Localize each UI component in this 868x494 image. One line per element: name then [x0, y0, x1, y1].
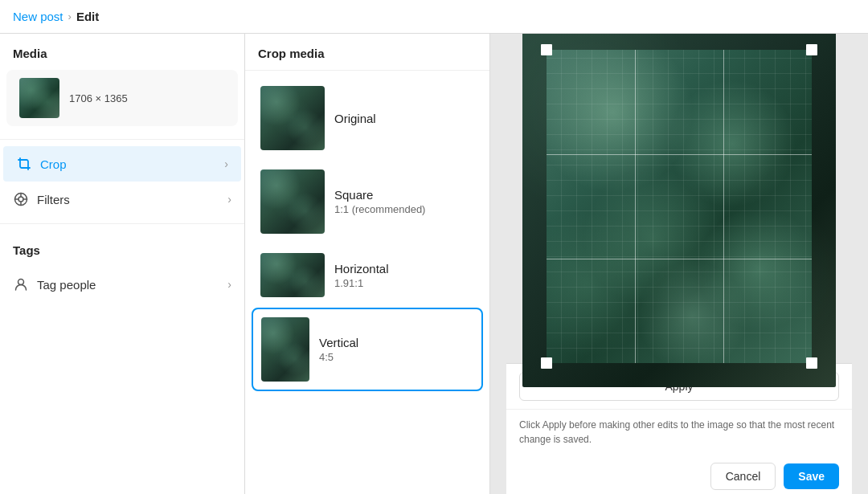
vertical-thumb — [261, 317, 309, 382]
original-thumb — [260, 86, 325, 150]
grid-line-h2 — [547, 259, 812, 259]
square-name: Square — [334, 188, 474, 202]
vertical-name: Vertical — [319, 336, 473, 349]
cancel-button[interactable]: Cancel — [710, 463, 776, 490]
horizontal-ratio: 1.91:1 — [334, 277, 474, 289]
crop-handle-tr[interactable] — [806, 44, 817, 55]
crop-option-horizontal[interactable]: Horizontal 1.91:1 — [252, 244, 483, 306]
square-ratio: 1:1 (recommended) — [334, 203, 474, 215]
image-crop-wrapper — [547, 50, 812, 363]
crop-label: Crop — [40, 157, 67, 171]
horizontal-name: Horizontal — [334, 262, 474, 276]
menu-item-crop-left: Crop — [16, 156, 67, 172]
crop-option-vertical[interactable]: Vertical 4:5 — [252, 308, 483, 391]
divider-2 — [0, 223, 244, 224]
divider-1 — [0, 139, 244, 140]
crop-grid — [547, 50, 812, 363]
square-thumb — [260, 169, 325, 234]
grid-line-v1 — [635, 50, 636, 363]
menu-item-filters-left: Filters — [13, 191, 70, 207]
top-bar: New post › Edit — [0, 0, 868, 34]
filters-chevron-icon: › — [227, 193, 231, 206]
crop-handle-br[interactable] — [806, 357, 817, 369]
menu-item-crop[interactable]: Crop › — [3, 146, 241, 182]
menu-item-filters[interactable]: Filters › — [0, 182, 244, 217]
vertical-ratio: 4:5 — [319, 351, 473, 363]
main-layout: Media 1706 × 1365 Crop › — [0, 34, 868, 494]
media-thumb-image — [19, 78, 59, 118]
image-preview-container — [506, 50, 852, 363]
filters-icon — [13, 191, 29, 207]
breadcrumb-separator: › — [68, 10, 72, 22]
breadcrumb-edit: Edit — [76, 10, 99, 23]
save-button[interactable]: Save — [784, 463, 839, 489]
menu-item-tag-people-left: Tag people — [13, 276, 96, 292]
filters-label: Filters — [37, 193, 70, 206]
tags-section-title: Tags — [0, 243, 244, 267]
original-name: Original — [334, 112, 474, 125]
media-section-title: Media — [0, 47, 244, 70]
action-row: Cancel Save — [506, 455, 852, 494]
menu-item-tag-people[interactable]: Tag people › — [0, 267, 244, 302]
crop-chevron-icon: › — [224, 157, 228, 170]
square-info: Square 1:1 (recommended) — [334, 188, 474, 215]
media-thumbnail — [19, 78, 59, 118]
crop-option-square[interactable]: Square 1:1 (recommended) — [252, 161, 483, 243]
original-info: Original — [334, 112, 474, 125]
tag-people-label: Tag people — [37, 278, 96, 292]
svg-point-1 — [18, 197, 23, 202]
horizontal-info: Horizontal 1.91:1 — [334, 262, 474, 289]
crop-box[interactable] — [547, 50, 812, 363]
breadcrumb-new-post[interactable]: New post — [13, 10, 63, 23]
tags-section: Tags Tag people › — [0, 243, 244, 302]
apply-note: Click Apply before making other edits to… — [506, 410, 852, 455]
crop-media-title: Crop media — [245, 34, 489, 71]
grid-line-h1 — [547, 154, 812, 155]
middle-panel: Crop media Original Square 1:1 (recommen… — [245, 34, 490, 494]
crop-icon — [16, 156, 32, 172]
media-dimensions: 1706 × 1365 — [69, 92, 128, 104]
grid-line-v2 — [723, 50, 724, 363]
crop-handle-bl[interactable] — [541, 357, 552, 369]
horizontal-thumb — [260, 253, 325, 297]
vertical-info: Vertical 4:5 — [319, 336, 473, 363]
crop-handle-tl[interactable] — [541, 44, 552, 55]
crop-options-list: Original Square 1:1 (recommended) — [245, 71, 489, 399]
crop-option-original[interactable]: Original — [252, 77, 483, 159]
tag-people-chevron-icon: › — [227, 278, 231, 291]
right-panel: Apply Click Apply before making other ed… — [490, 34, 868, 494]
left-panel: Media 1706 × 1365 Crop › — [0, 34, 245, 494]
tag-people-icon — [13, 276, 29, 292]
svg-point-2 — [18, 280, 24, 285]
media-preview: 1706 × 1365 — [6, 70, 238, 126]
